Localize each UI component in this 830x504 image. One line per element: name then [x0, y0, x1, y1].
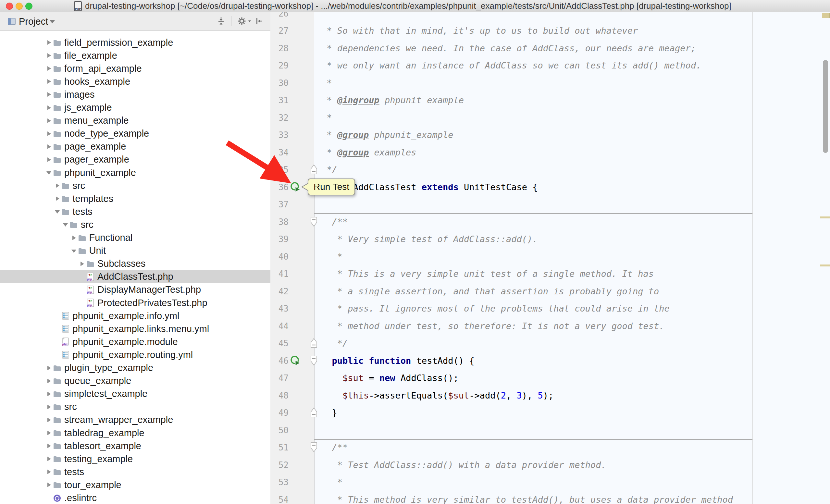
gear-icon[interactable]	[237, 16, 247, 26]
tree-item-tablesort-example[interactable]: tablesort_example	[0, 439, 270, 452]
code-line-53[interactable]: *	[321, 473, 343, 491]
chevron-expanded-icon[interactable]	[45, 168, 53, 177]
code-line-54[interactable]: * This method is very similar to testAdd…	[321, 491, 733, 504]
code-line-48[interactable]: $this->assertEquals($sut->add(2, 3), 5);	[321, 387, 553, 404]
warning-stripe-mark[interactable]	[820, 216, 830, 219]
tree-item-templates[interactable]: templates	[0, 192, 270, 205]
fold-marker-down-icon[interactable]	[310, 442, 318, 455]
chevron-collapsed-icon[interactable]	[45, 77, 53, 86]
chevron-collapsed-icon[interactable]	[45, 480, 53, 490]
tree-item-eslintrc[interactable]: .eslintrc	[0, 492, 270, 504]
fold-marker-up-icon[interactable]	[310, 164, 318, 176]
close-window-button[interactable]	[6, 3, 13, 10]
chevron-collapsed-icon[interactable]	[45, 90, 53, 99]
chevron-collapsed-icon[interactable]	[78, 259, 86, 268]
collapse-all-icon[interactable]	[216, 16, 226, 26]
code-line-40[interactable]: *	[321, 248, 343, 266]
fold-marker-down-icon[interactable]	[310, 356, 318, 368]
minimize-window-button[interactable]	[15, 3, 23, 10]
fold-marker-down-icon[interactable]	[310, 216, 318, 229]
chevron-collapsed-icon[interactable]	[45, 364, 53, 373]
chevron-collapsed-icon[interactable]	[53, 181, 61, 190]
tree-item-src[interactable]: src	[0, 179, 270, 192]
gear-dropdown-caret-icon[interactable]	[247, 16, 252, 26]
chevron-collapsed-icon[interactable]	[45, 129, 53, 138]
code-line-52[interactable]: * Test AddClass::add() with a data provi…	[321, 456, 606, 474]
panel-title[interactable]: Project	[19, 16, 48, 27]
chevron-collapsed-icon[interactable]	[45, 441, 53, 450]
tree-item-unit[interactable]: Unit	[0, 244, 270, 257]
editor-gutter[interactable]: 2627282930313233343536373839404142434445…	[270, 12, 314, 504]
chevron-collapsed-icon[interactable]	[45, 142, 53, 151]
warning-stripe-mark[interactable]	[820, 265, 830, 266]
chevron-collapsed-icon[interactable]	[45, 390, 53, 399]
tree-item-form-api-example[interactable]: form_api_example	[0, 62, 270, 75]
chevron-collapsed-icon[interactable]	[45, 38, 53, 47]
tree-item-queue-example[interactable]: queue_example	[0, 374, 270, 388]
chevron-expanded-icon[interactable]	[53, 207, 61, 216]
tree-item-hooks-example[interactable]: hooks_example	[0, 75, 270, 88]
code-analysis-indicator[interactable]	[822, 13, 830, 18]
chevron-collapsed-icon[interactable]	[70, 233, 77, 242]
code-line-32[interactable]: *	[321, 109, 332, 127]
tree-item-js-example[interactable]: js_example	[0, 101, 270, 114]
tree-item-node-type-example[interactable]: node_type_example	[0, 127, 270, 140]
code-line-27[interactable]: * So with that in mind, it's up to us to…	[321, 22, 638, 40]
run-test-tooltip[interactable]: Run Test	[308, 178, 355, 195]
chevron-down-icon[interactable]	[49, 20, 55, 23]
chevron-collapsed-icon[interactable]	[45, 116, 53, 125]
chevron-collapsed-icon[interactable]	[45, 103, 53, 112]
code-line-49[interactable]: }	[321, 404, 337, 422]
tree-item-phpunit-example-module[interactable]: phpphpunit_example.module	[0, 335, 270, 348]
chevron-collapsed-icon[interactable]	[45, 51, 53, 60]
code-line-43[interactable]: * pass. It ignores most of the problems …	[321, 300, 670, 317]
chevron-collapsed-icon[interactable]	[45, 428, 53, 437]
tree-item-tour-example[interactable]: tour_example	[0, 478, 270, 491]
vertical-scrollbar-thumb[interactable]	[823, 60, 828, 153]
chevron-collapsed-icon[interactable]	[45, 64, 53, 73]
tree-item-functional[interactable]: Functional	[0, 231, 270, 244]
tree-item-simpletest-example[interactable]: simpletest_example	[0, 388, 270, 401]
code-line-45[interactable]: */	[321, 335, 348, 352]
code-line-51[interactable]: /**	[321, 439, 348, 456]
tree-item-tabledrag-example[interactable]: tabledrag_example	[0, 427, 270, 439]
fold-marker-up-icon[interactable]	[310, 338, 318, 350]
tree-item-menu-example[interactable]: menu_example	[0, 114, 270, 127]
fold-marker-up-icon[interactable]	[310, 407, 318, 419]
tree-item-subclasses[interactable]: Subclasses	[0, 257, 270, 270]
code-line-46[interactable]: public function testAdd() {	[321, 352, 474, 370]
tree-item-images[interactable]: images	[0, 88, 270, 101]
code-line-30[interactable]: *	[321, 74, 332, 92]
code-line-41[interactable]: * This is a very simple unit test of a s…	[321, 265, 654, 283]
chevron-collapsed-icon[interactable]	[45, 455, 53, 464]
code-line-31[interactable]: * @ingroup phpunit_example	[321, 92, 464, 109]
tree-item-addclasstest-php[interactable]: phpAddClassTest.php	[0, 270, 270, 283]
code-line-34[interactable]: * @group examples	[321, 144, 416, 161]
code-line-47[interactable]: $sut = new AddClass();	[321, 369, 459, 387]
tree-item-tests[interactable]: tests	[0, 205, 270, 218]
chevron-collapsed-icon[interactable]	[45, 376, 53, 385]
chevron-expanded-icon[interactable]	[61, 220, 69, 229]
hide-panel-icon[interactable]	[254, 16, 264, 26]
tree-item-page-example[interactable]: page_example	[0, 140, 270, 153]
tree-item-field-permission-example[interactable]: field_permission_example	[0, 36, 270, 49]
code-line-39[interactable]: * Very simple test of AddClass::add().	[321, 230, 538, 248]
code-line-44[interactable]: * method under test, so therefore: It is…	[321, 317, 665, 335]
run-test-gutter-icon[interactable]	[290, 181, 301, 194]
chevron-collapsed-icon[interactable]	[45, 467, 53, 476]
code-line-28[interactable]: * dependencies we need. In the case of A…	[321, 40, 696, 57]
tree-item-plugin-type-example[interactable]: plugin_type_example	[0, 362, 270, 374]
code-line-38[interactable]: /**	[321, 213, 348, 231]
tree-item-phpunit-example-info-yml[interactable]: phpunit_example.info.yml	[0, 309, 270, 322]
maximize-window-button[interactable]	[25, 3, 32, 10]
tree-item-stream-wrapper-example[interactable]: stream_wrapper_example	[0, 413, 270, 427]
code-line-33[interactable]: * @group phpunit_example	[321, 126, 453, 144]
tree-item-phpunit-example-links-menu-yml[interactable]: phpunit_example.links.menu.yml	[0, 322, 270, 335]
tree-item-pager-example[interactable]: pager_example	[0, 153, 270, 166]
code-editor[interactable]: 2627282930313233343536373839404142434445…	[270, 12, 830, 504]
tree-item-testing-example[interactable]: testing_example	[0, 452, 270, 465]
tree-item-displaymanagertest-php[interactable]: phpDisplayManagerTest.php	[0, 283, 270, 296]
tree-item-src[interactable]: src	[0, 218, 270, 231]
run-test-gutter-icon[interactable]	[290, 355, 301, 368]
code-line-35[interactable]: */	[321, 161, 337, 178]
